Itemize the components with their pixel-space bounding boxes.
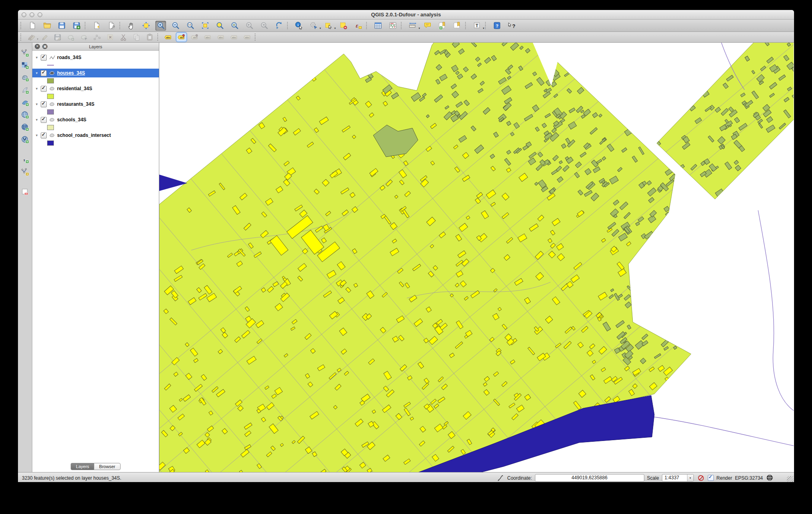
text-annotation-dropdown-icon[interactable]: ▾ (483, 27, 484, 30)
toolbar-drag-handle[interactable] (157, 34, 160, 41)
new-bookmark-button[interactable] (437, 21, 448, 31)
layer-item-school_roads_intersect[interactable]: ▼✓school_roads_intersect (32, 131, 159, 140)
layer-swatch[interactable] (47, 140, 54, 146)
resize-grip[interactable] (787, 476, 793, 482)
layer-swatch[interactable] (47, 65, 54, 66)
zoom-last-button (244, 21, 255, 31)
svg-text:ab: ab (193, 36, 196, 38)
layer-visibility-checkbox[interactable]: ✓ (41, 55, 47, 61)
field-calculator-button[interactable] (387, 21, 398, 31)
zoom-to-layer-button[interactable] (229, 21, 240, 31)
layer-visibility-checkbox[interactable]: ✓ (41, 117, 47, 123)
deselect-all-button[interactable] (338, 21, 349, 31)
pan-map-button[interactable] (126, 21, 137, 31)
help-contents-button[interactable]: ? (491, 21, 502, 31)
panel-tab-layers[interactable]: Layers (71, 463, 94, 470)
add-wfs-layer-button[interactable] (20, 134, 30, 144)
coordinate-toggle-icon[interactable] (496, 474, 505, 482)
main-area: , ✕ ▣ Layers ▼✓roads_34S▼✓houses_34S▼✓re… (18, 43, 794, 472)
add-wms-layer-button[interactable] (20, 110, 30, 120)
layer-expander-icon[interactable]: ▼ (35, 87, 40, 91)
add-raster-layer-button[interactable] (20, 60, 30, 70)
open-project-button[interactable] (42, 21, 52, 31)
remove-layer-button[interactable] (20, 187, 30, 197)
svg-text:abc: abc (166, 36, 170, 38)
layer-item-schools_34S[interactable]: ▼✓schools_34S (32, 115, 159, 124)
refresh-button[interactable] (273, 21, 284, 31)
zoom-native-button[interactable]: 1:1 (185, 21, 196, 31)
composer-manager-button[interactable] (106, 21, 117, 31)
toolbar-drag-handle[interactable] (20, 22, 23, 29)
map-canvas[interactable] (159, 43, 794, 472)
title-bar[interactable]: QGIS 2.0.1-Dufour - analysis (18, 10, 794, 20)
labeling-button[interactable]: abc (163, 33, 173, 42)
pan-to-selection-button[interactable] (141, 21, 151, 31)
select-features-button[interactable]: ▾ (323, 21, 334, 31)
add-vector-layer-button[interactable] (20, 48, 30, 58)
layer-visibility-checkbox[interactable]: ✓ (41, 86, 47, 92)
toolbar-drag-handle[interactable] (366, 22, 369, 29)
show-bookmarks-button[interactable] (452, 21, 462, 31)
toolbar-drag-handle[interactable] (20, 34, 23, 41)
select-by-expression-button[interactable]: ε (353, 21, 363, 31)
layer-visibility-checkbox[interactable]: ✓ (41, 70, 47, 76)
run-feature-action-dropdown-icon[interactable]: ▾ (319, 27, 321, 30)
layer-expander-icon[interactable]: ▼ (35, 71, 40, 75)
stop-render-icon[interactable] (697, 474, 705, 482)
crs-status-icon[interactable] (766, 474, 774, 482)
toolbar-drag-handle[interactable] (485, 22, 488, 29)
add-postgis-layer-button[interactable] (20, 73, 30, 83)
zoom-full-button[interactable] (200, 21, 210, 31)
label-pin-button[interactable]: ab (176, 33, 186, 42)
layer-expander-icon[interactable]: ▼ (35, 103, 40, 106)
toolbar-drag-handle[interactable] (287, 22, 290, 29)
toolbar-drag-handle[interactable] (465, 22, 468, 29)
add-wcs-layer-button[interactable] (20, 122, 30, 132)
layer-swatch[interactable] (47, 109, 54, 115)
panel-tab-browser[interactable]: Browser (94, 463, 120, 470)
run-feature-action-button[interactable]: ▾ (308, 21, 319, 31)
new-shapefile-layer-button[interactable] (20, 167, 30, 177)
zoom-to-selection-button[interactable] (214, 21, 225, 31)
measure-button[interactable]: ▾ (407, 21, 418, 31)
layer-item-houses_34S[interactable]: ▼✓houses_34S (32, 69, 159, 77)
layer-swatch[interactable] (47, 125, 54, 130)
measure-dropdown-icon[interactable]: ▾ (418, 27, 420, 30)
toolbar-drag-handle[interactable] (85, 22, 87, 29)
select-features-dropdown-icon[interactable]: ▾ (334, 27, 336, 30)
save-project-button[interactable] (56, 21, 67, 31)
save-project-as-button[interactable] (71, 21, 82, 31)
layer-visibility-checkbox[interactable]: ✓ (41, 101, 47, 107)
whats-this-button[interactable]: ? (506, 21, 517, 31)
new-project-button[interactable] (27, 21, 38, 31)
toolbar-drag-handle[interactable] (119, 22, 122, 29)
add-delimited-text-layer-button[interactable]: , (20, 154, 30, 164)
layer-item-residential_34S[interactable]: ▼✓residential_34S (32, 84, 159, 93)
render-checkbox[interactable]: ✓ (708, 475, 714, 481)
attribute-table-button[interactable] (372, 21, 383, 31)
text-annotation-button[interactable]: T▾ (471, 21, 482, 31)
layer-visibility-checkbox[interactable]: ✓ (41, 132, 47, 138)
identify-button[interactable]: i (293, 21, 304, 31)
layer-item-roads_34S[interactable]: ▼✓roads_34S (32, 53, 159, 62)
scale-dropdown-icon[interactable]: ▾ (687, 474, 693, 481)
tag-ab-pin-icon: ab (190, 33, 199, 42)
toolbar-drag-handle[interactable] (255, 34, 257, 41)
polygon-symbol-icon (49, 133, 57, 138)
map-tips-button[interactable] (422, 21, 433, 31)
zoom-in-button[interactable] (155, 21, 166, 31)
layer-expander-icon[interactable]: ▼ (35, 56, 40, 59)
layer-item-restaurants_34S[interactable]: ▼✓restaurants_34S (32, 100, 159, 109)
toolbar-drag-handle[interactable] (401, 22, 404, 29)
layer-expander-icon[interactable]: ▼ (35, 118, 40, 122)
zoom-out-button[interactable] (170, 21, 181, 31)
layer-swatch[interactable] (47, 78, 54, 83)
add-mssql-layer-button[interactable] (20, 97, 30, 107)
current-edits-dropdown-icon[interactable]: ▾ (37, 38, 38, 41)
layer-swatch[interactable] (47, 94, 54, 99)
coordinate-input[interactable]: 449019,6235886 (535, 474, 644, 482)
new-composer-button[interactable]: * (91, 21, 102, 31)
add-spatialite-layer-button[interactable] (20, 85, 30, 95)
scale-combo[interactable]: 1:4337 ▾ (662, 474, 694, 482)
layer-expander-icon[interactable]: ▼ (35, 134, 40, 137)
